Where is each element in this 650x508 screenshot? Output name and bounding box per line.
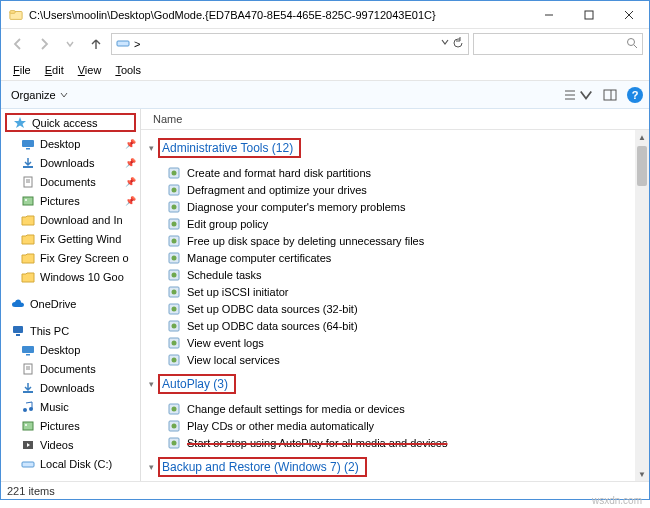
- scroll-up-icon[interactable]: ▲: [635, 130, 649, 144]
- item-icon: [21, 438, 35, 452]
- list-item-label: Create and format hard disk partitions: [187, 167, 371, 179]
- list-item-label: Free up disk space by deleting unnecessa…: [187, 235, 424, 247]
- explorer-window: C:\Users\moolin\Desktop\GodMode.{ED7BA47…: [0, 0, 650, 500]
- list-item-label: Set up iSCSI initiator: [187, 286, 289, 298]
- list-item[interactable]: Defragment and optimize your drives: [145, 181, 641, 198]
- svg-point-45: [172, 238, 177, 243]
- item-count: 221 items: [7, 485, 55, 497]
- sidebar-item-label: Documents: [40, 363, 96, 375]
- sidebar-item-label: Documents: [40, 176, 96, 188]
- menu-view[interactable]: View: [72, 62, 108, 78]
- list-item[interactable]: View local services: [145, 351, 641, 368]
- sidebar-item[interactable]: Downloads: [1, 378, 140, 397]
- control-panel-icon: [167, 319, 181, 333]
- list-item[interactable]: Set up ODBC data sources (64-bit): [145, 317, 641, 334]
- close-button[interactable]: [609, 2, 649, 28]
- svg-point-41: [172, 204, 177, 209]
- title-bar: C:\Users\moolin\Desktop\GodMode.{ED7BA47…: [1, 1, 649, 29]
- list-item[interactable]: Set up iSCSI initiator: [145, 283, 641, 300]
- group-admin-tools[interactable]: ▾ Administrative Tools (12): [145, 132, 641, 164]
- sidebar-item[interactable]: Windows 10 Goo: [1, 267, 140, 286]
- up-button[interactable]: [85, 33, 107, 55]
- menu-edit[interactable]: Edit: [39, 62, 70, 78]
- svg-point-55: [172, 323, 177, 328]
- list-item[interactable]: Create and format hard disk partitions: [145, 164, 641, 181]
- minimize-button[interactable]: [529, 2, 569, 28]
- list-item[interactable]: Free up disk space by deleting unnecessa…: [145, 232, 641, 249]
- sidebar-item[interactable]: Desktop📌: [1, 134, 140, 153]
- svg-point-7: [628, 39, 635, 46]
- sidebar-item[interactable]: Downloads📌: [1, 153, 140, 172]
- sidebar-item[interactable]: Download and In: [1, 210, 140, 229]
- sidebar-item[interactable]: Documents: [1, 359, 140, 378]
- help-icon[interactable]: ?: [627, 87, 643, 103]
- preview-pane-button[interactable]: [603, 88, 617, 102]
- svg-rect-25: [26, 354, 30, 356]
- control-panel-icon: [167, 436, 181, 450]
- group-autoplay[interactable]: ▾ AutoPlay (3): [145, 368, 641, 400]
- menu-tools[interactable]: Tools: [109, 62, 147, 78]
- svg-rect-6: [117, 41, 129, 46]
- svg-point-63: [172, 423, 177, 428]
- control-panel-icon: [167, 336, 181, 350]
- menu-bar: File Edit View Tools: [1, 59, 649, 81]
- list-item[interactable]: Manage computer certificates: [145, 249, 641, 266]
- sidebar-item-label: Downloads: [40, 157, 94, 169]
- list-item[interactable]: Change default settings for media or dev…: [145, 400, 641, 417]
- sidebar-this-pc[interactable]: This PC: [1, 321, 140, 340]
- vertical-scrollbar[interactable]: ▲ ▼: [635, 130, 649, 481]
- breadcrumb[interactable]: >: [134, 38, 140, 50]
- sidebar-item[interactable]: Fix Getting Wind: [1, 229, 140, 248]
- control-panel-icon: [167, 402, 181, 416]
- sidebar-item[interactable]: Local Disk (C:): [1, 454, 140, 473]
- sidebar-item[interactable]: Desktop: [1, 340, 140, 359]
- sidebar-quick-access[interactable]: Quick access: [5, 113, 136, 132]
- control-panel-icon: [167, 419, 181, 433]
- address-bar[interactable]: >: [111, 33, 469, 55]
- item-icon: [21, 194, 35, 208]
- scroll-down-icon[interactable]: ▼: [635, 467, 649, 481]
- column-header-name[interactable]: Name: [141, 109, 649, 130]
- sidebar-item[interactable]: Documents📌: [1, 172, 140, 191]
- sidebar-item-label: Videos: [40, 439, 73, 451]
- sidebar-item-label: Music: [40, 401, 69, 413]
- svg-rect-29: [23, 391, 33, 393]
- list-item[interactable]: View event logs: [145, 334, 641, 351]
- sidebar-item[interactable]: Pictures: [1, 416, 140, 435]
- svg-point-21: [25, 199, 27, 201]
- view-details-button[interactable]: [563, 88, 593, 102]
- list-item[interactable]: Start or stop using AutoPlay for all med…: [145, 434, 641, 451]
- control-panel-icon: [167, 268, 181, 282]
- svg-point-43: [172, 221, 177, 226]
- search-icon: [626, 37, 638, 51]
- search-input[interactable]: [473, 33, 643, 55]
- sidebar-item[interactable]: Pictures📌: [1, 191, 140, 210]
- maximize-button[interactable]: [569, 2, 609, 28]
- recent-dropdown[interactable]: [59, 33, 81, 55]
- item-icon: [21, 381, 35, 395]
- sidebar-item-label: This PC: [30, 325, 69, 337]
- sidebar-onedrive[interactable]: OneDrive: [1, 294, 140, 313]
- scroll-thumb[interactable]: [637, 146, 647, 186]
- group-backup-restore[interactable]: ▾ Backup and Restore (Windows 7) (2): [145, 451, 641, 481]
- organize-button[interactable]: Organize: [7, 87, 72, 103]
- svg-rect-16: [23, 166, 33, 168]
- list-item[interactable]: Schedule tasks: [145, 266, 641, 283]
- sidebar-item[interactable]: Music: [1, 397, 140, 416]
- list-item[interactable]: Play CDs or other media automatically: [145, 417, 641, 434]
- list-item[interactable]: Set up ODBC data sources (32-bit): [145, 300, 641, 317]
- control-panel-icon: [167, 302, 181, 316]
- menu-file[interactable]: File: [7, 62, 37, 78]
- address-dropdown-icon[interactable]: [440, 37, 450, 51]
- sidebar-item[interactable]: Videos: [1, 435, 140, 454]
- svg-point-49: [172, 272, 177, 277]
- refresh-icon[interactable]: [452, 37, 464, 51]
- svg-point-53: [172, 306, 177, 311]
- list-item-label: View event logs: [187, 337, 264, 349]
- svg-point-65: [172, 440, 177, 445]
- forward-button[interactable]: [33, 33, 55, 55]
- list-item[interactable]: Edit group policy: [145, 215, 641, 232]
- sidebar-item[interactable]: Fix Grey Screen o: [1, 248, 140, 267]
- list-item[interactable]: Diagnose your computer's memory problems: [145, 198, 641, 215]
- back-button[interactable]: [7, 33, 29, 55]
